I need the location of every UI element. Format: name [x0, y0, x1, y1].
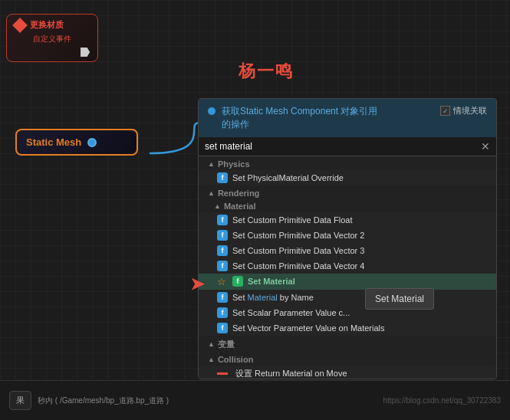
context-checkbox-label: 情境关联	[453, 105, 487, 116]
exec-pin-icon	[81, 48, 90, 57]
event-node-title: 更换材质	[30, 19, 64, 31]
static-mesh-label: Static Mesh	[26, 136, 81, 148]
func-icon: f	[217, 245, 228, 256]
list-item[interactable]: 设置 Return Material on Move	[199, 366, 496, 379]
context-checkbox[interactable]	[440, 106, 450, 116]
menu-item-text: Set Custom Primitive Data Vector 4	[232, 261, 364, 271]
context-panel: 获取Static Mesh Component 对象引用 的操作 情境关联 ✕ …	[198, 98, 497, 379]
context-dot-icon	[208, 107, 216, 115]
context-header: 获取Static Mesh Component 对象引用 的操作 情境关联	[199, 99, 496, 137]
menu-subsection-material: ▲ Material	[199, 199, 496, 212]
list-item[interactable]: f Set Scalar Parameter Value c...	[199, 305, 496, 320]
bottom-path: 秒内 ( /Game/mesh/bp_道路.bp_道路 )	[38, 395, 169, 406]
event-node-header: 更换材质	[15, 19, 90, 31]
list-item[interactable]: f Set Custom Primitive Data Vector 2	[199, 228, 496, 243]
search-clear-button[interactable]: ✕	[481, 140, 490, 153]
menu-item-text: Set PhysicalMaterial Override	[232, 173, 344, 182]
event-node: 更换材质 自定义事件	[6, 14, 98, 62]
menu-item-text: Set Scalar Parameter Value c...	[232, 308, 350, 317]
menu-section-collision: ▲ Collision	[199, 352, 496, 366]
menu-item-text: Set Custom Primitive Data Vector 2	[232, 231, 364, 240]
set-material-item[interactable]: ☆ f Set Material	[199, 274, 496, 290]
list-item[interactable]: f Set Material by Name	[199, 290, 496, 305]
tooltip-text: Set Material	[375, 294, 424, 304]
bottom-url: https://blog.csdn.net/qq_30722383	[383, 396, 501, 405]
star-icon: ☆	[217, 276, 226, 287]
menu-section-variable: ▲ 变量	[199, 336, 496, 352]
func-icon: f	[217, 323, 228, 333]
func-icon: f	[217, 230, 228, 241]
func-icon: f	[217, 215, 228, 225]
menu-section-physics: ▲ Physics	[199, 156, 496, 170]
menu-item-text: Set Material	[248, 277, 295, 286]
menu-item-text: Set Custom Primitive Data Vector 3	[232, 246, 364, 255]
list-item[interactable]: f Set PhysicalMaterial Override	[199, 170, 496, 185]
list-item[interactable]: f Set Custom Primitive Data Vector 4	[199, 258, 496, 274]
menu-item-text: Set Vector Parameter Value on Materials	[232, 323, 385, 333]
event-node-subtitle: 自定义事件	[15, 34, 90, 44]
red-dash-icon	[217, 372, 228, 375]
menu-item-text: Set Material by Name	[232, 293, 314, 302]
menu-list: ▲ Physics f Set PhysicalMaterial Overrid…	[199, 156, 496, 379]
menu-section-rendering: ▲ Rendering	[199, 185, 496, 199]
context-title: 获取Static Mesh Component 对象引用 的操作	[222, 105, 434, 131]
func-icon: f	[232, 276, 243, 287]
search-bar[interactable]: ✕	[199, 137, 496, 156]
func-icon: f	[217, 172, 228, 183]
watermark: 杨一鸣	[239, 60, 294, 83]
menu-item-text: 设置 Return Material on Move	[235, 368, 347, 379]
bottom-left: 果 秒内 ( /Game/mesh/bp_道路.bp_道路 )	[9, 391, 169, 410]
search-input[interactable]	[205, 141, 478, 152]
bottom-badge: 果	[9, 391, 31, 410]
menu-item-text: Set Custom Primitive Data Float	[232, 215, 353, 225]
output-pin-icon[interactable]	[87, 138, 97, 147]
event-node-exec-pin	[15, 48, 90, 57]
list-item[interactable]: f Set Custom Primitive Data Vector 3	[199, 243, 496, 258]
list-item[interactable]: f Set Custom Primitive Data Float	[199, 212, 496, 228]
arrow-pointer-icon: ➤	[190, 274, 209, 293]
event-diamond-icon	[12, 18, 28, 33]
list-item[interactable]: f Set Vector Parameter Value on Material…	[199, 320, 496, 336]
bottom-bar: 果 秒内 ( /Game/mesh/bp_道路.bp_道路 ) https://…	[0, 380, 510, 420]
context-checkbox-area[interactable]: 情境关联	[440, 105, 487, 116]
func-icon: f	[217, 307, 228, 318]
tooltip-box: Set Material	[365, 288, 434, 310]
func-icon: f	[217, 292, 228, 303]
func-icon: f	[217, 261, 228, 271]
static-mesh-node: Static Mesh	[15, 129, 138, 156]
